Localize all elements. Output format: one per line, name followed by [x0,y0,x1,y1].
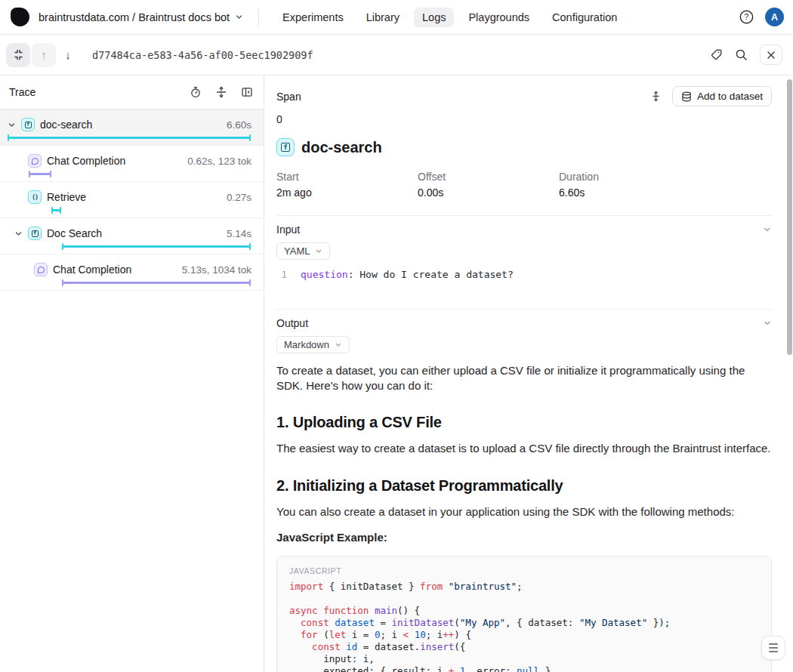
chat-bubble-icon [32,158,39,165]
nav-item-configuration[interactable]: Configuration [544,8,625,27]
meta-duration: Duration 6.60s [559,171,772,199]
output-format-select[interactable]: Markdown [276,336,350,353]
function-icon: f [25,122,32,128]
collapse-input-icon[interactable] [763,225,772,234]
span-type-icon: f [21,118,35,131]
trace-row-doc-search[interactable]: fDoc Search5.14s [0,218,264,254]
span-panel-header: Span Add to dataset [276,86,772,106]
collapse-panel-icon[interactable] [241,86,253,98]
collapse-output-icon[interactable] [763,319,772,328]
chevron-down-icon [235,13,243,21]
chevron-down-icon[interactable] [14,230,23,238]
meta-offset: Offset 0.00s [418,171,559,199]
function-span-icon: f [276,138,295,156]
trace-panel-header: Trace [0,76,264,109]
trace-panel-title: Trace [9,86,35,98]
input-format-value: YAML [284,245,310,257]
nav-item-library[interactable]: Library [358,8,408,27]
span-type-icon: f [28,227,42,240]
nav-item-playgrounds[interactable]: Playgrounds [460,8,538,27]
markdown-heading-1: 1. Uploading a CSV File [276,414,772,431]
meta-start: Start 2m ago [276,171,418,199]
add-to-dataset-button[interactable]: Add to dataset [672,86,772,106]
prev-span-button[interactable]: ↑ [32,43,56,67]
code-block: JAVASCRIPT import { initDataset } from "… [276,556,772,672]
span-type-icon: () [28,190,42,204]
collapse-arrows-icon [13,49,24,60]
meta-value: 2m ago [276,186,418,199]
span-panel-title: Span [276,91,301,103]
trace-row-timeline [8,279,251,287]
chevron-down-icon[interactable] [8,121,16,129]
timeline-bar [62,282,251,284]
trace-row-label: Chat Completion [53,264,131,276]
braintrust-logo[interactable] [11,8,29,26]
span-index: 0 [276,113,772,125]
trace-row-duration: 5.13s, 1034 tok [182,264,251,276]
next-span-button[interactable]: ↓ [56,43,80,67]
avatar[interactable]: A [765,8,784,26]
trace-row-doc-search[interactable]: fdoc-search6.60s [0,109,264,146]
trace-row-label: doc-search [40,119,92,131]
trace-row-duration: 0.27s [227,192,251,203]
outline-toggle-button[interactable] [761,636,785,660]
trace-row-timeline [8,242,251,251]
meta-value: 0.00s [418,186,559,199]
align-spans-icon[interactable] [215,86,227,98]
output-section: Output Markdown To create a dataset, you… [276,309,772,672]
expand-trace-button[interactable] [6,43,30,67]
toolbar-right [710,45,782,65]
trace-row-chat-completion[interactable]: Chat Completion5.13s, 1034 tok [0,254,264,291]
markdown-paragraph: To create a dataset, you can either uplo… [276,363,772,393]
output-markdown: To create a dataset, you can either uplo… [276,363,772,672]
meta-label: Duration [559,171,772,183]
chat-bubble-icon [38,267,45,273]
input-code-line: question: How do I create a dataset? [301,269,514,280]
project-switcher[interactable]: braintrustdata.com / Braintrust docs bot [39,11,243,23]
meta-label: Start [276,171,418,183]
search-icon[interactable] [735,48,748,61]
span-type-icon [28,154,42,168]
nav-item-logs[interactable]: Logs [414,8,454,27]
resize-vertical-icon[interactable] [650,91,662,102]
project-title: braintrustdata.com / Braintrust docs bot [39,11,230,23]
close-icon [767,51,776,60]
trace-id: d77484ca-e583-4a56-af00-5eec1902909f [92,49,313,61]
trace-row-duration: 6.60s [227,119,251,131]
trace-row-duration: 0.62s, 123 tok [187,156,251,167]
timer-icon[interactable] [190,86,202,98]
function-icon: f [32,230,39,237]
tag-icon[interactable] [710,48,723,61]
input-code[interactable]: 1 question: How do I create a dataset? [276,269,772,292]
trace-toolbar: ↑ ↓ d77484ca-e583-4a56-af00-5eec1902909f [0,35,793,76]
main-content: Trace fdoc-search6.60sChat Completion0.6… [0,76,793,672]
chevron-down-icon [335,341,342,349]
scrollbar-thumb[interactable] [787,79,792,355]
code-language-label: JAVASCRIPT [289,566,759,575]
trace-row-chat-completion[interactable]: Chat Completion0.62s, 123 tok [0,146,264,182]
markdown-paragraph: The easiest way to create a dataset is t… [276,441,772,456]
nav-item-experiments[interactable]: Experiments [274,8,352,27]
input-format-select[interactable]: YAML [276,242,330,260]
braintrust-logs-page: braintrustdata.com / Braintrust docs bot… [0,0,793,672]
trace-row-retrieve[interactable]: ()Retrieve0.27s [0,182,264,218]
trace-row-label: Doc Search [47,227,102,239]
span-panel: Span Add to dataset 0 f doc-search Start… [264,76,793,672]
meta-value: 6.60s [559,186,772,199]
timeline-bar [62,245,251,248]
close-trace-button[interactable] [760,45,782,65]
trace-row-timeline [8,170,251,178]
output-format-value: Markdown [284,339,329,350]
line-number: 1 [276,269,301,280]
add-to-dataset-label: Add to dataset [697,91,763,102]
top-nav-right: ? A [739,8,784,26]
brackets-icon: () [32,193,38,201]
input-section-label: Input [276,223,300,236]
input-section: Input YAML 1 question: How do I create a… [276,215,772,292]
arrow-up-icon: ↑ [41,49,47,60]
svg-text:?: ? [745,12,749,21]
span-title-row: f doc-search [276,138,772,156]
code-content[interactable]: import { initDataset } from "braintrust"… [289,581,759,672]
help-icon[interactable]: ? [739,9,754,25]
avatar-initial: A [771,12,778,23]
